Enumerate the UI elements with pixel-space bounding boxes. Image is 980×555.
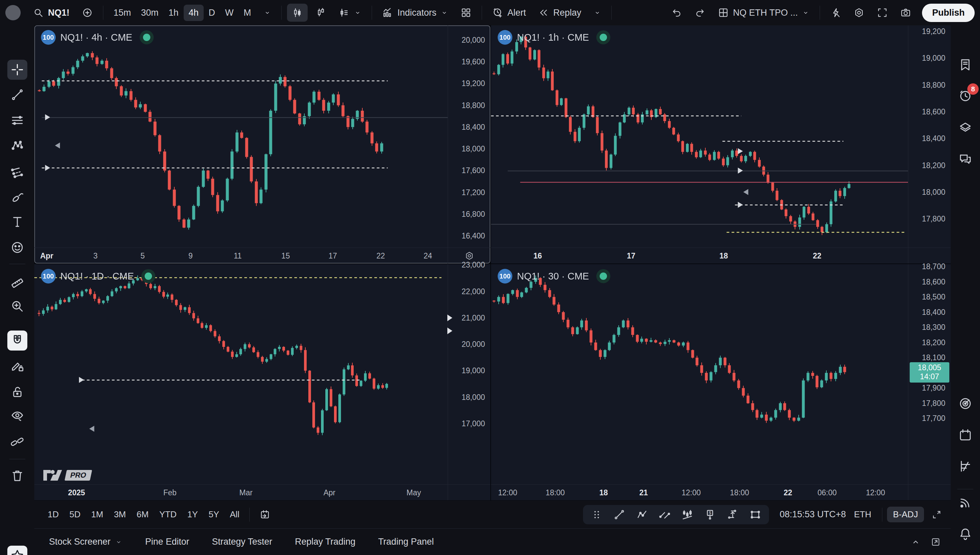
footer-tab-replay-trading[interactable]: Replay Trading xyxy=(284,533,367,551)
time-scale[interactable]: 16171822 xyxy=(491,248,908,263)
redo-button[interactable] xyxy=(690,4,710,22)
range-6M[interactable]: 6M xyxy=(131,507,154,522)
footer-tab-pine-editor[interactable]: Pine Editor xyxy=(134,533,201,551)
price-scale[interactable]: 23,00022,00021,00020,00019,00018,00017,0… xyxy=(448,264,490,484)
bars-pattern-icon[interactable] xyxy=(681,508,694,521)
publish-button[interactable]: Publish xyxy=(922,4,975,22)
time-scale[interactable]: 2025FebMarAprMay xyxy=(34,484,448,500)
brush-tool[interactable] xyxy=(7,187,27,207)
disjoint-icon[interactable] xyxy=(658,508,671,521)
magnet-tool[interactable] xyxy=(7,330,27,351)
chart-panel-1D[interactable]: 100NQ1! · 1D · CME23,00022,00021,00020,0… xyxy=(34,264,490,500)
lock-drawings-tool[interactable] xyxy=(7,382,27,402)
market-status-dot[interactable] xyxy=(596,30,610,44)
price-scale[interactable]: 20,00019,60019,20018,80018,40018,00017,6… xyxy=(448,25,490,247)
range-1D[interactable]: 1D xyxy=(42,507,64,522)
market-status-dot[interactable] xyxy=(140,30,153,44)
user-avatar[interactable] xyxy=(5,5,21,20)
candlestick-canvas[interactable] xyxy=(491,25,908,247)
chat-panel[interactable] xyxy=(955,149,975,169)
session-type-button[interactable]: ETH xyxy=(848,509,877,520)
range-All[interactable]: All xyxy=(225,507,245,522)
interval-W[interactable]: W xyxy=(220,5,238,21)
interval-4h[interactable]: 4h xyxy=(184,5,204,21)
footer-tab-trading-panel[interactable]: Trading Panel xyxy=(367,533,445,551)
range-1M[interactable]: 1M xyxy=(86,507,109,522)
projection-tool[interactable] xyxy=(7,162,27,182)
goto-date-button[interactable] xyxy=(254,505,275,524)
interval-menu-button[interactable] xyxy=(259,5,276,20)
axis-corner[interactable] xyxy=(908,484,951,500)
horizontal-lines-tool[interactable] xyxy=(7,111,27,130)
chart-style-candles-button[interactable] xyxy=(287,4,308,22)
axis-corner[interactable] xyxy=(908,248,951,263)
text-tool[interactable] xyxy=(7,212,27,232)
price-pane[interactable] xyxy=(491,264,908,484)
price-range-icon[interactable] xyxy=(726,508,739,521)
calendar-panel[interactable] xyxy=(955,425,975,445)
price-pane[interactable] xyxy=(491,25,908,247)
watchlist-panel[interactable] xyxy=(955,55,975,75)
expand-panel-icon[interactable] xyxy=(910,536,921,548)
price-scale[interactable]: 19,20019,00018,80018,60018,40018,20018,0… xyxy=(908,25,951,247)
chart-legend[interactable]: 100NQ1! · 1h · CME xyxy=(498,30,610,45)
chart-style-hollow-button[interactable] xyxy=(310,4,331,22)
market-status-dot[interactable] xyxy=(141,269,155,283)
quick-search-button[interactable] xyxy=(825,4,846,22)
range-5Y[interactable]: 5Y xyxy=(203,507,225,522)
tradingview-logo[interactable]: PRO xyxy=(43,470,91,481)
chart-panel-1h[interactable]: 100NQ1! · 1h · CME19,20019,00018,80018,6… xyxy=(491,25,951,263)
adjustment-button[interactable]: B-ADJ xyxy=(887,507,924,522)
interval-M[interactable]: M xyxy=(239,5,256,21)
stay-in-drawing-mode-tool[interactable] xyxy=(7,356,27,376)
time-scale[interactable]: Apr3591115172224 xyxy=(34,248,448,263)
maximize-panel-icon[interactable] xyxy=(930,536,941,548)
chart-style-menu-button[interactable] xyxy=(334,4,366,22)
time-scale[interactable]: 12:0018:00182112:0018:002206:0012:00 xyxy=(491,484,908,500)
remove-drawings-tool[interactable] xyxy=(7,466,27,486)
emoji-tool[interactable] xyxy=(7,237,27,258)
chart-legend[interactable]: 100NQ1! · 1D · CME xyxy=(41,269,155,284)
pattern-tool[interactable] xyxy=(7,135,27,156)
range-YTD[interactable]: YTD xyxy=(154,507,182,522)
fullscreen-button[interactable] xyxy=(872,4,893,22)
market-status-dot[interactable] xyxy=(596,269,610,283)
interval-15m[interactable]: 15m xyxy=(109,5,136,21)
news-panel[interactable] xyxy=(955,492,975,512)
measure-tool[interactable] xyxy=(7,271,27,291)
indicators-button[interactable]: Indicators xyxy=(377,4,453,22)
axis-settings-gear-icon[interactable] xyxy=(464,251,474,261)
axis-corner[interactable] xyxy=(448,484,490,500)
compare-add-button[interactable] xyxy=(77,4,98,22)
object-tree-panel[interactable] xyxy=(955,117,975,137)
chart-panel-30[interactable]: 100NQ1! · 30 · CME18,70018,60018,50018,4… xyxy=(491,264,951,500)
replay-menu-button[interactable] xyxy=(589,5,606,20)
price-label-icon[interactable]: $ xyxy=(703,508,716,521)
help-button[interactable] xyxy=(955,553,975,555)
price-scale[interactable]: 18,70018,60018,50018,40018,30018,20018,1… xyxy=(908,264,951,484)
price-pane[interactable] xyxy=(34,264,448,484)
chart-panel-4h[interactable]: 100NQ1! · 4h · CME20,00019,60019,20018,8… xyxy=(34,25,490,263)
zoom-in-tool[interactable] xyxy=(7,296,27,316)
indicator-templates-button[interactable] xyxy=(456,4,476,22)
layout-select-button[interactable]: NQ ETH TPO ... xyxy=(713,4,815,22)
range-3M[interactable]: 3M xyxy=(109,507,131,522)
session-clock[interactable]: 08:15:53 UTC+8 xyxy=(780,509,846,520)
interval-1h[interactable]: 1h xyxy=(164,5,184,21)
notifications-panel[interactable] xyxy=(955,524,975,544)
snapshot-button[interactable] xyxy=(895,4,916,22)
screener-panel[interactable] xyxy=(955,393,975,414)
footer-tab-strategy-tester[interactable]: Strategy Tester xyxy=(201,533,284,551)
candlestick-canvas[interactable] xyxy=(34,25,448,247)
trading-panel[interactable] xyxy=(955,456,975,476)
date-range-icon[interactable] xyxy=(749,508,762,521)
interval-D[interactable]: D xyxy=(204,5,220,21)
candlestick-canvas[interactable] xyxy=(34,264,448,484)
hide-drawings-tool[interactable] xyxy=(7,406,27,425)
alerts-panel[interactable]: 8 xyxy=(955,86,975,106)
maximize-pane-icon[interactable] xyxy=(930,508,943,521)
trend-line-tool[interactable] xyxy=(7,85,27,105)
handle-dots-icon[interactable] xyxy=(590,508,603,521)
chart-settings-button[interactable] xyxy=(849,4,869,22)
favorites-tool[interactable] xyxy=(7,546,27,555)
